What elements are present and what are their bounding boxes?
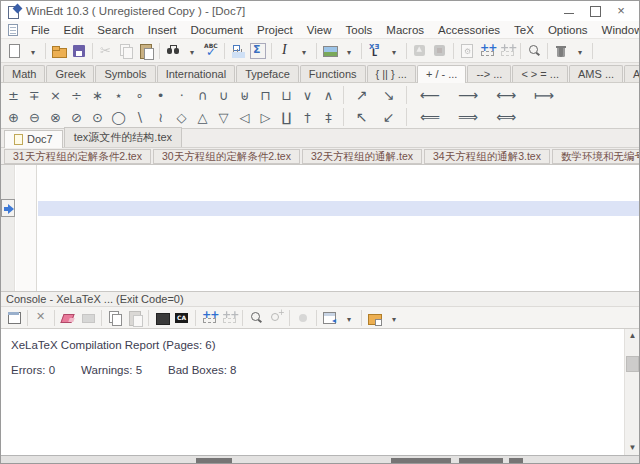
preview-settings-button[interactable] <box>457 41 477 61</box>
pdf-viewer-button[interactable] <box>410 41 430 61</box>
menu-item[interactable]: Search <box>90 23 140 37</box>
symbol-button[interactable]: ↗ <box>348 85 375 106</box>
maximize-button[interactable] <box>589 5 601 17</box>
symbol-button[interactable]: ∘ <box>129 85 150 106</box>
set-main-file-button[interactable] <box>199 308 219 328</box>
symbol-tab[interactable]: Math <box>3 65 45 82</box>
main-file-off-button[interactable] <box>219 308 239 328</box>
italic-dropdown[interactable] <box>295 41 313 61</box>
symbol-button[interactable]: ± <box>3 85 24 106</box>
open-button[interactable] <box>49 41 69 61</box>
symbol-button[interactable]: ⟵ <box>411 85 449 106</box>
menu-item[interactable]: TeX <box>507 23 541 37</box>
scroll-up-icon[interactable]: ▲ <box>625 329 639 343</box>
symbol-button[interactable]: ↖ <box>348 107 375 128</box>
zoom-button[interactable] <box>246 308 266 328</box>
menu-item[interactable]: Macros <box>379 23 431 37</box>
scrollbar-thumb[interactable] <box>626 356 639 372</box>
save-button[interactable] <box>69 41 89 61</box>
taskbar-item[interactable] <box>391 458 451 463</box>
symbol-button[interactable]: ▽ <box>213 107 234 128</box>
symbol-tab[interactable]: AMS ... <box>569 65 623 82</box>
document-tab[interactable]: 数学环境和无编号公式的输入.tex <box>552 149 640 164</box>
symbol-tab[interactable]: + / - ... <box>417 65 466 83</box>
symbol-button[interactable]: ≀ <box>150 107 171 128</box>
trash-button[interactable] <box>551 41 571 61</box>
clear-console-button[interactable] <box>58 308 78 328</box>
symbol-button[interactable]: ⋅ <box>171 85 192 106</box>
symbol-button[interactable]: ⊖ <box>24 107 45 128</box>
print-console-button[interactable] <box>78 308 98 328</box>
symbol-button[interactable]: ‡ <box>318 107 339 128</box>
code-page-button[interactable] <box>172 308 192 328</box>
minimize-button[interactable] <box>563 5 575 17</box>
spell-check-button[interactable] <box>201 41 221 61</box>
symbol-button[interactable]: • <box>150 85 171 106</box>
xelatex-dropdown[interactable] <box>385 41 403 61</box>
symbol-button[interactable]: ◁ <box>234 107 255 128</box>
italic-button[interactable] <box>275 41 295 61</box>
symbol-tab[interactable]: Greek <box>46 65 94 82</box>
open-output-folder-button[interactable] <box>365 308 385 328</box>
symbol-button[interactable]: ⟸ <box>411 107 449 128</box>
menu-item[interactable]: Insert <box>141 23 184 37</box>
symbol-button[interactable]: ∩ <box>192 85 213 106</box>
gather-button[interactable] <box>228 41 248 61</box>
symbol-button[interactable]: ÷ <box>66 85 87 106</box>
symbol-button[interactable]: ∗ <box>87 85 108 106</box>
symbol-tab[interactable]: Symbols <box>95 65 155 82</box>
taskbar-item[interactable] <box>459 458 503 463</box>
menu-item[interactable]: Window <box>595 23 640 37</box>
symbol-button[interactable]: ◯ <box>108 107 129 128</box>
menu-item[interactable]: File <box>24 23 57 37</box>
symbol-tab[interactable]: { || } ... <box>367 65 416 82</box>
symbol-button[interactable]: ∧ <box>318 85 339 106</box>
document-tab[interactable]: 32天方程组的通解.tex <box>302 149 422 164</box>
open-output-folder-dropdown[interactable] <box>385 308 403 328</box>
symbol-button[interactable]: △ <box>192 107 213 128</box>
symbol-button[interactable]: ⊕ <box>3 107 24 128</box>
insert-image-dropdown[interactable] <box>340 41 358 61</box>
document-tab[interactable]: 34天方程组的通解3.tex <box>424 149 550 164</box>
copy-button[interactable] <box>116 41 136 61</box>
symbol-button[interactable]: ∓ <box>24 85 45 106</box>
symbol-button[interactable]: ↘ <box>375 85 402 106</box>
new-document-dropdown[interactable] <box>24 41 42 61</box>
find-dropdown[interactable] <box>183 41 201 61</box>
tab-tex-structure[interactable]: tex源文件的结构.tex <box>64 127 182 147</box>
menu-item[interactable]: Project <box>250 23 300 37</box>
scroll-down-icon[interactable]: ▼ <box>625 441 639 455</box>
find-in-console-button[interactable] <box>266 308 286 328</box>
symbol-button[interactable]: † <box>297 107 318 128</box>
paste-button[interactable] <box>136 41 156 61</box>
taskbar-item[interactable] <box>509 458 523 463</box>
new-document-button[interactable] <box>4 41 24 61</box>
trash-dropdown[interactable] <box>571 41 589 61</box>
menu-item[interactable]: Edit <box>57 23 91 37</box>
symbol-button[interactable]: ▷ <box>255 107 276 128</box>
menu-item[interactable]: Options <box>541 23 595 37</box>
symbol-button[interactable]: ⊎ <box>234 85 255 106</box>
console-scrollbar[interactable]: ▲ ▼ <box>624 329 639 455</box>
pdf-texify-button[interactable] <box>430 41 450 61</box>
restore-panel-button[interactable] <box>4 308 24 328</box>
document-tab[interactable]: 30天方程组的定解条件2.tex <box>153 149 300 164</box>
document-tab[interactable]: 31天方程组的定解条件2.tex <box>4 149 151 164</box>
console-title-bar[interactable]: Console - XeLaTeX ... (Exit Code=0) <box>1 291 639 307</box>
symbol-button[interactable]: ⟶ <box>449 85 487 106</box>
symbol-tab[interactable]: Functions <box>300 65 366 82</box>
tab-doc7[interactable]: Doc7 <box>4 130 63 148</box>
symbol-button[interactable]: ⋆ <box>108 85 129 106</box>
symbol-button[interactable]: ⟼ <box>525 85 563 106</box>
copy-console-button[interactable] <box>105 308 125 328</box>
summary-button[interactable] <box>248 41 268 61</box>
symbol-button[interactable]: ∨ <box>297 85 318 106</box>
symbol-tab[interactable]: < > = ... <box>512 65 568 82</box>
menu-item[interactable]: Document <box>184 23 250 37</box>
symbol-tab[interactable]: AMS < > = <box>624 65 640 82</box>
symbol-tab[interactable]: Typeface <box>236 65 299 82</box>
close-button[interactable]: × <box>615 5 627 17</box>
cut-button[interactable] <box>96 41 116 61</box>
symbol-button[interactable]: ⟷ <box>487 85 525 106</box>
symbol-tab[interactable]: --> ... <box>467 65 511 82</box>
